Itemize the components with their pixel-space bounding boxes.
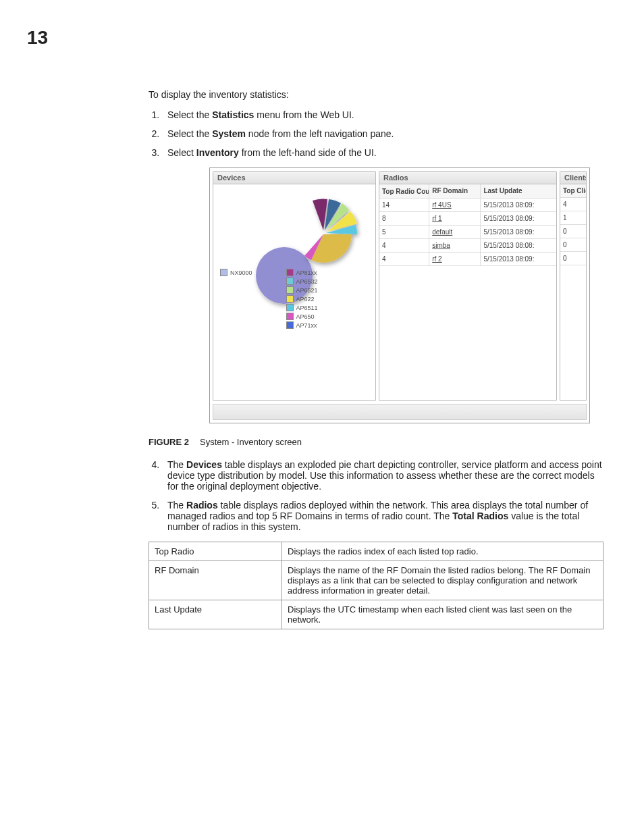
radios-panel: Radios Top Radio Count ▾ RF Domain Last … [379,171,557,401]
step-text: menu from the Web UI. [254,109,354,120]
rf-domain-link[interactable]: rf 2 [432,255,441,263]
legend-item: AP650 [286,313,318,320]
cell-client-count: 0 [560,238,586,251]
rf-domain-link[interactable]: simba [432,242,450,249]
cell-count: 14 [379,199,429,211]
legend-label: AP622 [296,296,315,303]
legend-label: AP6521 [296,287,318,294]
cell-count: 8 [379,212,429,225]
cell-last-update: 5/15/2013 08:09: [481,253,556,265]
cell-rf-domain: rf 4US [429,199,481,211]
table-row: Last UpdateDisplays the UTC timestamp wh… [149,600,603,629]
cell-client-count: 4 [560,198,586,211]
clients-panel: Clients Top Client Count 41000 [560,171,587,401]
legend-swatch [286,304,294,311]
step-text: Select [167,147,196,158]
step-bold: Total Radios [452,511,508,521]
legend-swatch [286,321,294,329]
legend-label: AP6511 [296,305,318,311]
desc-key: Last Update [149,600,282,629]
legend-label: AP71xx [296,322,317,329]
inventory-screenshot: Devices [209,167,590,423]
field-description-table: Top RadioDisplays the radios index of ea… [149,542,603,629]
legend-item: AP71xx [286,321,318,329]
cell-count: 5 [379,226,429,238]
desc-key: Top Radio [149,542,282,561]
figure-caption: FIGURE 2System - Inventory screen [149,437,603,447]
table-row: 14rf 4US5/15/2013 08:09: [379,199,556,212]
table-row: 0 [560,238,586,252]
devices-panel: Devices [213,171,376,401]
desc-value: Displays the name of the RF Domain the l… [282,561,603,600]
step-bold: Inventory [196,147,239,158]
cell-count: 4 [379,253,429,265]
step-item: Select the System node from the left nav… [162,128,603,139]
step-bold: Statistics [212,109,254,120]
cell-last-update: 5/15/2013 08:08: [481,239,556,252]
table-row: 5default5/15/2013 08:09: [379,226,556,239]
rf-domain-link[interactable]: rf 4US [432,201,451,209]
legend-item: NX9000 [220,269,252,276]
legend-item: AP81xx [286,269,318,276]
desc-value: Displays the UTC timestamp when each lis… [282,600,603,629]
cell-client-count: 0 [560,225,586,238]
rf-domain-link[interactable]: rf 1 [432,215,441,222]
legend-item: AP6532 [286,278,318,285]
legend-swatch [286,313,294,320]
col-top-radio-count[interactable]: Top Radio Count [382,188,429,195]
table-row: 0 [560,252,586,265]
table-row: Top RadioDisplays the radios index of ea… [149,542,603,561]
legend-swatch [286,295,294,303]
figure-caption-text: System - Inventory screen [200,437,302,447]
panel-header-clients: Clients [560,172,586,184]
step-item: Select the Statistics menu from the Web … [162,109,603,120]
legend-label: AP650 [296,313,315,320]
cell-client-count: 0 [560,252,586,265]
table-row: 1 [560,211,586,225]
step-item: The Devices table displays an exploded p… [162,459,603,492]
col-last-update[interactable]: Last Update [481,184,556,198]
table-row: RF DomainDisplays the name of the RF Dom… [149,561,603,600]
desc-value: Displays the radios index of each listed… [282,542,603,561]
intro-text: To display the inventory statistics: [149,89,603,100]
legend-item: AP622 [286,295,318,303]
col-rf-domain[interactable]: RF Domain [429,184,481,198]
cell-rf-domain: default [429,226,481,238]
cell-last-update: 5/15/2013 08:09: [481,212,556,225]
panel-header-devices: Devices [213,172,375,184]
step-bold: Devices [186,459,222,470]
page-number: 13 [27,27,603,49]
table-row: 4 [560,198,586,211]
col-top-client-count[interactable]: Top Client Count [560,184,586,197]
radios-table-header: Top Radio Count ▾ RF Domain Last Update [379,184,556,199]
table-row: 8rf 15/15/2013 08:09: [379,212,556,226]
cell-client-count: 1 [560,211,586,224]
step-text: Select the [167,128,212,139]
table-row: 0 [560,225,586,238]
step-text: node from the left navigation pane. [246,128,394,139]
cell-last-update: 5/15/2013 08:09: [481,226,556,238]
step-text: table displays an exploded pie chart dep… [167,459,602,492]
chart-legend: NX9000 AP81xxAP6532AP6521AP622AP6511AP65… [220,269,318,329]
cell-rf-domain: rf 1 [429,212,481,225]
step-bold: Radios [186,500,218,511]
cell-last-update: 5/15/2013 08:09: [481,199,556,211]
steps-list-2: The Devices table displays an exploded p… [149,459,603,532]
horizontal-scrollbar[interactable] [213,404,587,420]
step-text: The [167,459,186,470]
legend-swatch [286,269,294,276]
legend-swatch [286,286,294,294]
rf-domain-link[interactable]: default [432,228,452,236]
legend-item: AP6511 [286,304,318,311]
legend-swatch [286,278,294,285]
legend-item: AP6521 [286,286,318,294]
table-row: 4simba5/15/2013 08:08: [379,239,556,253]
legend-swatch [220,269,227,276]
cell-count: 4 [379,239,429,252]
steps-list-1: Select the Statistics menu from the Web … [149,109,603,158]
step-text: Select the [167,109,212,120]
legend-label: AP81xx [296,269,317,276]
desc-key: RF Domain [149,561,282,600]
table-row: 4rf 25/15/2013 08:09: [379,253,556,266]
panel-header-radios: Radios [379,172,556,184]
